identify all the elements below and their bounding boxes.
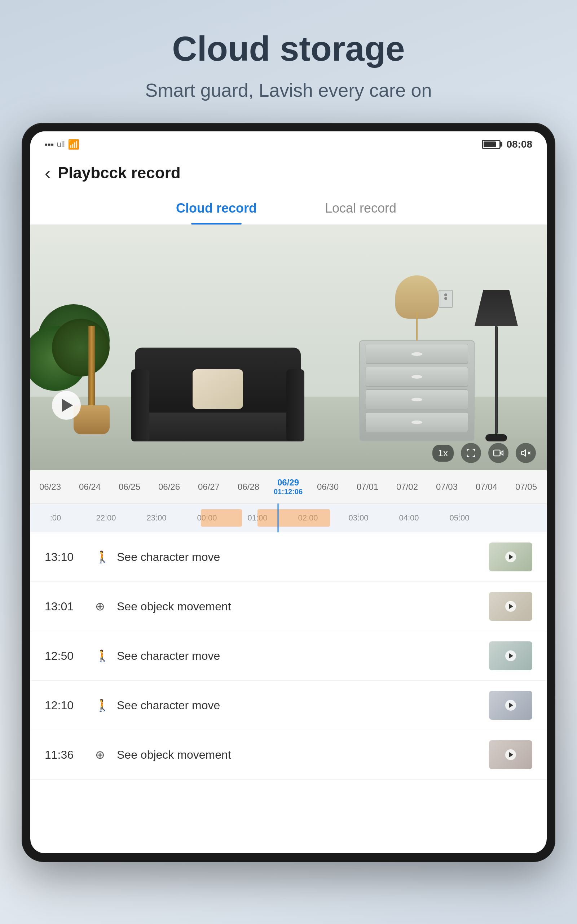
date-item-0702[interactable]: 07/02: [387, 480, 427, 493]
sofa-back: [135, 347, 301, 412]
event-item-5[interactable]: 11:36 ⊕ See objeck movement: [30, 730, 547, 780]
lamp-shade: [475, 290, 518, 326]
event-desc-4: See character move: [117, 699, 482, 712]
device-wrapper: ▪▪▪ ull 📶 08:08 ‹ Playbcck record: [0, 123, 577, 862]
date-label: 07/01: [349, 482, 386, 492]
move-icon-5: ⊕: [95, 748, 110, 762]
back-button[interactable]: ‹: [45, 162, 51, 183]
date-item-0701[interactable]: 07/01: [348, 480, 387, 493]
recording-segment-1: [201, 509, 242, 527]
event-item-2[interactable]: 13:01 ⊕ See objeck movement: [30, 582, 547, 631]
date-label: 06/29: [270, 478, 306, 488]
date-strip[interactable]: 06/23 06/24 06/25 06/26 06/27: [30, 470, 547, 504]
recording-segment-2: [258, 509, 330, 527]
sofa: [131, 347, 305, 441]
dresser-body: [359, 340, 475, 441]
mute-button[interactable]: [516, 443, 536, 463]
page-subtitle: Smart guard, Lavish every care on: [0, 79, 577, 101]
sofa-armrest-left: [131, 369, 149, 441]
event-thumb-2[interactable]: [489, 592, 532, 621]
floor-lamp: [475, 290, 518, 441]
date-label: 06/30: [309, 482, 346, 492]
video-player: 1x: [30, 225, 547, 470]
plant-trunk: [89, 326, 95, 405]
thumb-play-tri-2: [509, 604, 513, 609]
thumb-play-tri-5: [509, 752, 513, 757]
event-desc-2: See objeck movement: [117, 600, 482, 613]
thumb-play-tri-4: [509, 703, 513, 708]
date-item-0628[interactable]: 06/28: [229, 480, 268, 493]
event-thumb-5[interactable]: [489, 740, 532, 769]
thumb-play-5: [489, 740, 532, 769]
plant: [74, 326, 110, 434]
date-label: 06/28: [230, 482, 267, 492]
thumb-play-4: [489, 691, 532, 720]
tablet-screen: ▪▪▪ ull 📶 08:08 ‹ Playbcck record: [30, 131, 547, 853]
date-label: 07/03: [429, 482, 465, 492]
status-right: 08:08: [482, 139, 532, 150]
event-time-1: 13:10: [45, 551, 88, 564]
dresser: [359, 340, 475, 441]
thumb-play-circle-3: [505, 650, 516, 661]
dresser-drawer-2: [366, 367, 468, 386]
date-item-0630[interactable]: 06/30: [308, 480, 348, 493]
event-time-4: 12:10: [45, 699, 88, 712]
event-time-3: 12:50: [45, 649, 88, 663]
leaf-group-3: [52, 319, 110, 376]
event-desc-1: See character move: [117, 551, 482, 564]
thumb-play-circle-5: [505, 749, 516, 760]
timeline-cursor: [278, 504, 279, 532]
tabs-container: Cloud record Local record: [30, 192, 547, 225]
date-item-0629[interactable]: 06/29 01:12:06: [268, 476, 308, 498]
date-item-0627[interactable]: 06/27: [189, 480, 229, 493]
sofa-armrest-right: [286, 369, 305, 441]
move-icon-2: ⊕: [95, 599, 110, 613]
event-thumb-3[interactable]: [489, 641, 532, 670]
speed-button[interactable]: 1x: [432, 445, 454, 462]
event-item-4[interactable]: 12:10 🚶 See character move: [30, 681, 547, 730]
tab-cloud-record[interactable]: Cloud record: [144, 192, 288, 225]
event-thumb-4[interactable]: [489, 691, 532, 720]
thumb-play-circle-1: [505, 551, 516, 562]
camera-button[interactable]: [488, 443, 508, 463]
event-item-3[interactable]: 12:50 🚶 See character move: [30, 631, 547, 681]
app-title: Playbcck record: [58, 164, 181, 182]
thumb-play-2: [489, 592, 532, 621]
event-item-1[interactable]: 13:10 🚶 See character move: [30, 532, 547, 582]
person-icon-3: 🚶: [95, 649, 110, 663]
date-item-0623[interactable]: 06/23: [30, 480, 70, 493]
play-button[interactable]: [52, 391, 81, 420]
date-label: 07/04: [468, 482, 505, 492]
time-mark-0300: 03:00: [333, 513, 384, 523]
date-item-0626[interactable]: 06/26: [149, 480, 189, 493]
thumb-play-3: [489, 641, 532, 670]
battery-fill: [484, 142, 496, 147]
tab-local-record[interactable]: Local record: [288, 192, 433, 225]
date-item-0625[interactable]: 06/25: [110, 480, 149, 493]
fullscreen-button[interactable]: [461, 443, 481, 463]
battery-icon: [482, 140, 501, 149]
signal-icon: ▪▪▪: [45, 139, 54, 149]
svg-marker-1: [521, 450, 525, 456]
time-ruler[interactable]: :00 22:00 23:00 00:00 01:00 02:00 03:00 …: [30, 504, 547, 532]
date-item-0703[interactable]: 07/03: [427, 480, 467, 493]
time-mark-2300: 23:00: [131, 513, 182, 523]
sofa-seat: [131, 412, 305, 441]
play-icon: [62, 399, 73, 412]
event-time-5: 11:36: [45, 748, 88, 762]
status-left: ▪▪▪ ull 📶: [45, 139, 79, 150]
date-item-0624[interactable]: 06/24: [70, 480, 110, 493]
person-icon-4: 🚶: [95, 698, 110, 712]
event-desc-3: See character move: [117, 649, 482, 663]
date-item-0704[interactable]: 07/04: [467, 480, 506, 493]
event-list: 13:10 🚶 See character move 13:01: [30, 532, 547, 794]
event-thumb-1[interactable]: [489, 543, 532, 571]
date-time: 01:12:06: [270, 488, 306, 496]
svg-rect-0: [494, 450, 500, 456]
wifi-icon: 📶: [68, 139, 79, 150]
date-item-0705[interactable]: 07/05: [506, 480, 546, 493]
dresser-drawer-3: [366, 389, 468, 409]
thumb-play-1: [489, 543, 532, 571]
signal-text: ull: [57, 140, 65, 149]
date-label: 06/27: [190, 482, 227, 492]
